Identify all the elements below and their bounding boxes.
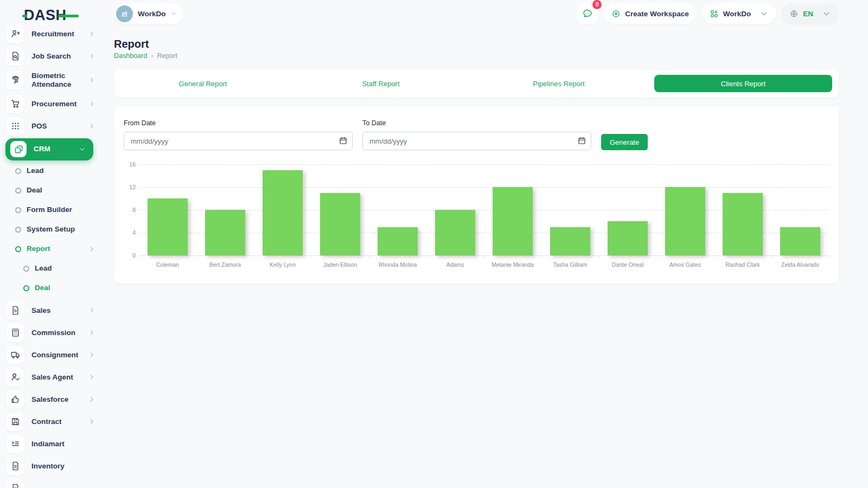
bar[interactable] bbox=[550, 227, 590, 256]
plus-circle-icon bbox=[611, 9, 621, 18]
bar[interactable] bbox=[263, 170, 303, 256]
sidebar: DASH RecruitmentJob SearchBiometric Atte… bbox=[0, 0, 104, 488]
sidebar-item-label: Job Search bbox=[31, 52, 71, 61]
sidebar-item-recruitment[interactable]: Recruitment bbox=[0, 23, 104, 45]
sidebar-item-pos[interactable]: POS bbox=[0, 115, 104, 137]
x-axis-label: Rashad Clark bbox=[714, 261, 771, 268]
sidebar-subitem-report[interactable]: Report bbox=[0, 239, 104, 259]
x-axis-label: Melanie Miranda bbox=[484, 261, 541, 268]
chevron-right-icon bbox=[88, 30, 95, 37]
topbar-actions: 0 Create Workspace WorkDo EN bbox=[577, 3, 839, 24]
circle-bullet-icon bbox=[15, 188, 21, 194]
tab-staff-report[interactable]: Staff Report bbox=[292, 69, 470, 98]
app-logo[interactable]: DASH bbox=[24, 7, 67, 24]
sidebar-subitem-deal[interactable]: Deal bbox=[0, 181, 104, 200]
x-axis-label: Dante Oneal bbox=[599, 261, 656, 268]
bar[interactable] bbox=[780, 227, 820, 256]
chart-x-axis-labels: ColemanBert ZamoraKelly LynnJaden Elliso… bbox=[139, 261, 829, 268]
bar[interactable] bbox=[205, 210, 245, 255]
from-date-field: From Date bbox=[124, 119, 353, 150]
sidebar-item-salesforce[interactable]: Salesforce bbox=[0, 388, 104, 410]
sidebar-item-consignment[interactable]: Consignment bbox=[0, 344, 104, 366]
sidebar-subitem-form-builder[interactable]: Form Builder bbox=[0, 200, 104, 220]
bar[interactable] bbox=[435, 210, 475, 255]
sidebar-item-label: Contract bbox=[31, 418, 62, 426]
save-icon bbox=[6, 413, 24, 431]
x-axis-label: Zelda Alvarado bbox=[771, 261, 829, 268]
tab-clients-report[interactable]: Clients Report bbox=[654, 75, 832, 92]
to-date-input[interactable] bbox=[362, 132, 591, 150]
circle-bullet-icon bbox=[15, 207, 21, 213]
sidebar-item-indiamart[interactable]: Indiamart bbox=[0, 433, 104, 455]
sidebar-subitem-system-setup[interactable]: System Setup bbox=[0, 220, 104, 239]
from-date-input[interactable] bbox=[124, 132, 353, 150]
crm-icon bbox=[10, 141, 27, 157]
gridline bbox=[139, 255, 829, 256]
bar[interactable] bbox=[148, 198, 188, 255]
sidebar-item-label: Deal bbox=[35, 284, 50, 292]
tab-general-report[interactable]: General Report bbox=[114, 69, 292, 98]
y-tick-label: 4 bbox=[132, 229, 136, 236]
sidebar-item-inventory[interactable]: Inventory bbox=[0, 455, 104, 477]
x-axis-label: Bert Zamora bbox=[196, 261, 254, 268]
app-menu-button[interactable]: WorkDo bbox=[702, 3, 777, 24]
workspace-switcher[interactable]: WorkDo bbox=[114, 3, 183, 24]
sidebar-item-commission[interactable]: Commission bbox=[0, 322, 104, 344]
sidebar-item-sales-agent[interactable]: Sales Agent bbox=[0, 366, 104, 388]
chevron-right-icon bbox=[88, 123, 95, 130]
bar[interactable] bbox=[608, 221, 648, 255]
sidebar-item-sales[interactable]: Sales bbox=[0, 299, 104, 322]
sidebar-subitem-deal[interactable]: Deal bbox=[0, 278, 104, 298]
sidebar-item-label: Lead bbox=[35, 264, 52, 273]
bar[interactable] bbox=[723, 193, 763, 256]
generate-button[interactable]: Generate bbox=[601, 134, 648, 150]
sidebar-item-label: Commission bbox=[31, 329, 75, 337]
language-code: EN bbox=[803, 10, 813, 18]
create-workspace-button[interactable]: Create Workspace bbox=[604, 3, 697, 24]
language-selector[interactable]: EN bbox=[782, 3, 839, 24]
calendar-icon[interactable] bbox=[577, 136, 586, 145]
fingerprint-icon bbox=[6, 71, 24, 89]
chevron-right-icon bbox=[88, 374, 95, 381]
x-axis-label: Tasha Gilliam bbox=[541, 261, 599, 268]
tab-pipelines-report[interactable]: Pipelines Report bbox=[470, 69, 648, 98]
bar[interactable] bbox=[378, 227, 418, 256]
chevron-right-icon bbox=[88, 76, 95, 84]
x-axis-label: Coleman bbox=[139, 261, 196, 268]
report-card: From Date To Date Generate 0481216 bbox=[114, 106, 839, 284]
sidebar-item-partial[interactable] bbox=[0, 477, 104, 488]
sidebar-item-contract[interactable]: Contract bbox=[0, 410, 104, 433]
bar[interactable] bbox=[665, 187, 705, 255]
sidebar-item-biometric-attendance[interactable]: Biometric Attendance bbox=[0, 67, 104, 93]
breadcrumb-dashboard-link[interactable]: Dashboard bbox=[114, 52, 147, 60]
sidebar-item-label: Sales bbox=[31, 306, 50, 315]
chevron-right-icon bbox=[88, 100, 95, 107]
thumbs-up-icon bbox=[6, 390, 24, 409]
clients-bar-chart: 0481216 ColemanBert ZamoraKelly LynnJade… bbox=[124, 164, 829, 268]
messages-button[interactable]: 0 bbox=[577, 3, 598, 24]
chart-plot-column: ColemanBert ZamoraKelly LynnJaden Elliso… bbox=[139, 164, 829, 268]
chevron-separator: › bbox=[151, 52, 153, 60]
chart-plot-area bbox=[139, 164, 829, 255]
sidebar-item-label: Form Builder bbox=[27, 206, 72, 214]
chevron-down-icon bbox=[822, 9, 831, 18]
sidebar-item-crm[interactable]: CRM bbox=[0, 137, 104, 161]
sidebar-item-label: Procurement bbox=[31, 100, 76, 108]
filter-row: From Date To Date Generate bbox=[124, 119, 829, 150]
app-menu-label: WorkDo bbox=[723, 10, 751, 18]
calendar-icon[interactable] bbox=[339, 136, 348, 145]
y-tick-label: 16 bbox=[129, 161, 136, 168]
circle-bullet-icon bbox=[15, 227, 21, 233]
app-root: DASH RecruitmentJob SearchBiometric Atte… bbox=[0, 0, 868, 488]
sidebar-subitem-lead[interactable]: Lead bbox=[0, 161, 104, 181]
bar[interactable] bbox=[320, 193, 360, 256]
chevron-right-icon bbox=[88, 53, 95, 60]
y-tick-label: 12 bbox=[129, 184, 136, 190]
circle-bullet-icon bbox=[15, 168, 21, 174]
bar[interactable] bbox=[493, 187, 533, 255]
sidebar-subitem-lead[interactable]: Lead bbox=[0, 259, 104, 278]
sidebar-item-procurement[interactable]: Procurement bbox=[0, 93, 104, 115]
breadcrumb-current: Report bbox=[157, 52, 178, 60]
sidebar-item-job-search[interactable]: Job Search bbox=[0, 45, 104, 67]
chevron-right-icon bbox=[88, 307, 95, 314]
